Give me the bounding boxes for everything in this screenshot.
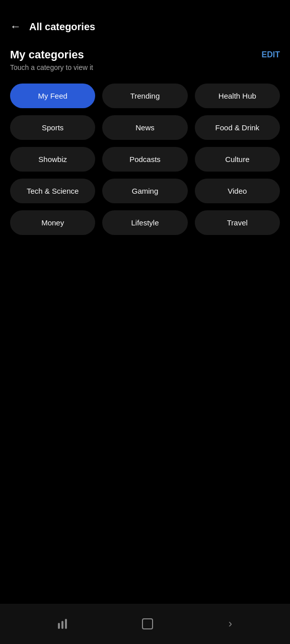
category-pill-sports[interactable]: Sports xyxy=(10,115,95,140)
section-header: My categories Touch a category to view i… xyxy=(10,48,280,71)
category-pill-showbiz[interactable]: Showbiz xyxy=(10,147,95,172)
bottom-nav: › xyxy=(0,604,290,644)
recent-apps-icon[interactable] xyxy=(58,619,67,629)
home-button[interactable] xyxy=(142,618,153,629)
section-title: My categories xyxy=(10,48,93,61)
category-pill-culture[interactable]: Culture xyxy=(195,147,280,172)
category-pill-video[interactable]: Video xyxy=(195,179,280,203)
page-title: All categories xyxy=(29,21,95,33)
main-content: My categories Touch a category to view i… xyxy=(0,43,290,604)
back-nav-button[interactable]: › xyxy=(229,617,232,630)
section-subtitle: Touch a category to view it xyxy=(10,63,93,71)
header: ← All categories xyxy=(0,0,290,43)
category-grid: My FeedTrendingHealth HubSportsNewsFood … xyxy=(10,84,280,235)
category-pill-travel[interactable]: Travel xyxy=(195,210,280,235)
category-pill-food-drink[interactable]: Food & Drink xyxy=(195,115,280,140)
section-title-block: My categories Touch a category to view i… xyxy=(10,48,93,71)
category-pill-health-hub[interactable]: Health Hub xyxy=(195,84,280,108)
category-pill-gaming[interactable]: Gaming xyxy=(102,179,187,203)
category-pill-lifestyle[interactable]: Lifestyle xyxy=(102,210,187,235)
category-pill-trending[interactable]: Trending xyxy=(102,84,187,108)
back-button[interactable]: ← xyxy=(10,20,21,33)
category-pill-tech-science[interactable]: Tech & Science xyxy=(10,179,95,203)
category-pill-news[interactable]: News xyxy=(102,115,187,140)
category-pill-money[interactable]: Money xyxy=(10,210,95,235)
edit-button[interactable]: EDIT xyxy=(262,48,280,59)
category-pill-podcasts[interactable]: Podcasts xyxy=(102,147,187,172)
category-pill-my-feed[interactable]: My Feed xyxy=(10,84,95,108)
